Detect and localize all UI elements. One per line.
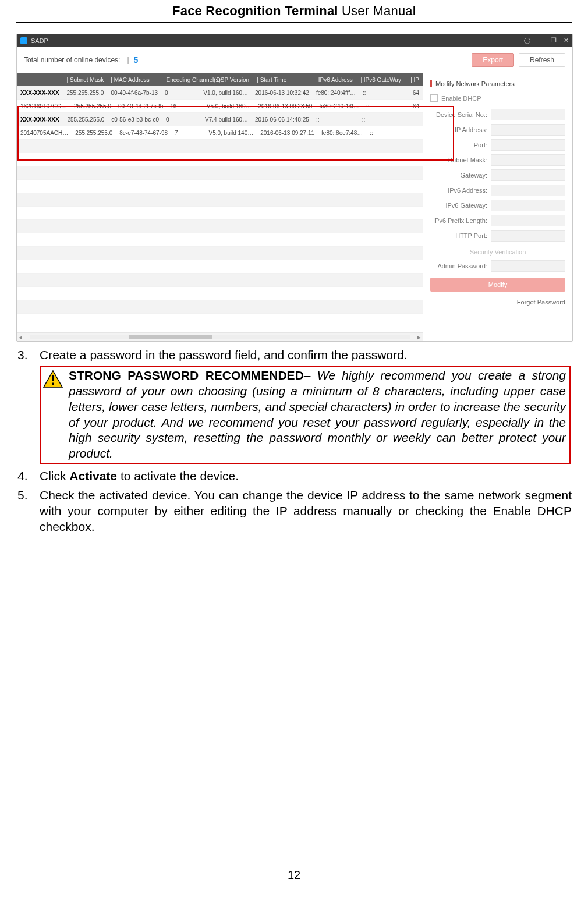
table-row[interactable]: 1620160107CC…255.255.255.000-40-43-2f-7c… bbox=[17, 100, 423, 113]
ipv6-gw-input[interactable] bbox=[491, 200, 565, 211]
password-warning-box: STRONG PASSWORD RECOMMENDED– We highly r… bbox=[40, 366, 571, 464]
mask-input[interactable] bbox=[491, 154, 565, 166]
table-row-empty bbox=[17, 207, 423, 220]
ipv6-input[interactable] bbox=[491, 185, 565, 196]
modify-network-panel: Modify Network Parameters Enable DHCP De… bbox=[423, 73, 572, 341]
http-port-input[interactable] bbox=[491, 230, 565, 242]
svg-rect-1 bbox=[52, 375, 54, 381]
checkbox-icon bbox=[430, 94, 438, 102]
device-count-value: 5 bbox=[134, 55, 139, 65]
col-start-time: | Start Time bbox=[253, 77, 311, 83]
app-logo-icon bbox=[20, 37, 27, 44]
manual-body: 3. Create a password in the password fie… bbox=[16, 348, 572, 535]
label-http-port: HTTP Port: bbox=[430, 232, 487, 239]
admin-password-input[interactable] bbox=[491, 260, 565, 272]
table-header: | Subnet Mask | MAC Address | Encoding C… bbox=[17, 73, 423, 86]
scroll-thumb[interactable] bbox=[129, 335, 212, 339]
modify-button[interactable]: Modify bbox=[430, 278, 565, 292]
device-table: | Subnet Mask | MAC Address | Encoding C… bbox=[17, 73, 423, 341]
page-number: 12 bbox=[0, 868, 588, 882]
port-input[interactable] bbox=[491, 139, 565, 151]
step-3: 3. Create a password in the password fie… bbox=[17, 348, 572, 363]
enable-dhcp-checkbox[interactable]: Enable DHCP bbox=[430, 94, 565, 102]
security-verification-label: Security Verification bbox=[430, 249, 565, 256]
table-row[interactable]: XXX-XXX-XXX255.255.255.0c0-56-e3-b3-bc-c… bbox=[17, 113, 423, 126]
minimize-icon[interactable]: — bbox=[537, 37, 544, 45]
table-row-empty bbox=[17, 300, 423, 314]
warning-icon bbox=[43, 370, 63, 388]
panel-title-bar-icon bbox=[430, 80, 432, 87]
label-gateway: Gateway: bbox=[430, 172, 487, 179]
table-row-empty bbox=[17, 180, 423, 193]
col-dsp-version: | DSP Version bbox=[210, 77, 253, 83]
horizontal-scrollbar[interactable]: ◄ ► bbox=[17, 332, 423, 341]
table-row-empty bbox=[17, 260, 423, 274]
refresh-button[interactable]: Refresh bbox=[519, 53, 565, 67]
col-ip: | IP bbox=[405, 77, 423, 83]
label-ipv6-len: IPv6 Prefix Length: bbox=[430, 217, 487, 224]
step-5: 5. Check the activated device. You can c… bbox=[17, 488, 572, 535]
warning-body: – We highly recommend you create a stron… bbox=[69, 368, 566, 460]
col-mac-address: | MAC Address bbox=[107, 77, 160, 83]
svg-rect-2 bbox=[52, 382, 54, 385]
gateway-input[interactable] bbox=[491, 169, 565, 181]
page-header: Face Recognition Terminal User Manual bbox=[16, 3, 572, 23]
label-admin-pw: Admin Password: bbox=[430, 263, 487, 270]
forgot-password-link[interactable]: Forgot Password bbox=[430, 299, 565, 306]
table-row-empty bbox=[17, 140, 423, 153]
step-4: 4. Click Activate to activate the device… bbox=[17, 469, 572, 484]
table-row-empty bbox=[17, 220, 423, 233]
scroll-right-icon[interactable]: ► bbox=[416, 334, 423, 341]
label-serial: Device Serial No.: bbox=[430, 111, 487, 118]
table-row-empty bbox=[17, 274, 423, 287]
sadp-app-window: SADP ⓘ — ❐ ✕ Total number of online devi… bbox=[16, 34, 573, 342]
ipv6-len-input[interactable] bbox=[491, 215, 565, 226]
titlebar: SADP ⓘ — ❐ ✕ bbox=[17, 34, 572, 47]
table-row[interactable]: XXX-XXX-XXX255.255.255.000-40-4f-6a-7b-1… bbox=[17, 86, 423, 100]
ip-input[interactable] bbox=[491, 124, 565, 136]
label-mask: Subnet Mask: bbox=[430, 157, 487, 164]
table-row-empty bbox=[17, 193, 423, 207]
panel-title: Modify Network Parameters bbox=[430, 80, 565, 87]
col-ipv6-gateway: | IPv6 GateWay bbox=[357, 77, 404, 83]
table-row-empty bbox=[17, 287, 423, 300]
window-controls: ⓘ — ❐ ✕ bbox=[524, 37, 569, 45]
maximize-icon[interactable]: ❐ bbox=[551, 37, 557, 45]
label-ipv6-gw: IPv6 Gateway: bbox=[430, 202, 487, 209]
scroll-left-icon[interactable]: ◄ bbox=[17, 334, 24, 341]
device-count-label: Total number of online devices: bbox=[24, 56, 120, 64]
export-button[interactable]: Export bbox=[472, 53, 514, 67]
table-row-empty bbox=[17, 233, 423, 247]
table-row-empty bbox=[17, 314, 423, 327]
label-port: Port: bbox=[430, 141, 487, 148]
table-row-empty bbox=[17, 247, 423, 260]
serial-input[interactable] bbox=[491, 109, 565, 120]
col-encoding-channels: | Encoding Channel(s) bbox=[160, 77, 210, 83]
close-icon[interactable]: ✕ bbox=[564, 37, 569, 45]
toolbar: Total number of online devices: | 5 Expo… bbox=[17, 47, 572, 73]
warning-lead: STRONG PASSWORD RECOMMENDED bbox=[69, 368, 304, 382]
label-ip: IP Address: bbox=[430, 126, 487, 133]
table-row[interactable]: 20140705AACH…255.255.255.08c-e7-48-74-67… bbox=[17, 126, 423, 140]
header-bold: Face Recognition Terminal bbox=[172, 3, 338, 18]
col-subnet-mask: | Subnet Mask bbox=[63, 77, 108, 83]
table-row-empty bbox=[17, 166, 423, 180]
table-row-empty bbox=[17, 153, 423, 166]
info-icon[interactable]: ⓘ bbox=[524, 37, 530, 45]
label-ipv6: IPv6 Address: bbox=[430, 187, 487, 194]
app-title: SADP bbox=[31, 37, 48, 44]
header-plain: User Manual bbox=[338, 3, 416, 18]
col-ipv6-address: | IPv6 Address bbox=[311, 77, 357, 83]
